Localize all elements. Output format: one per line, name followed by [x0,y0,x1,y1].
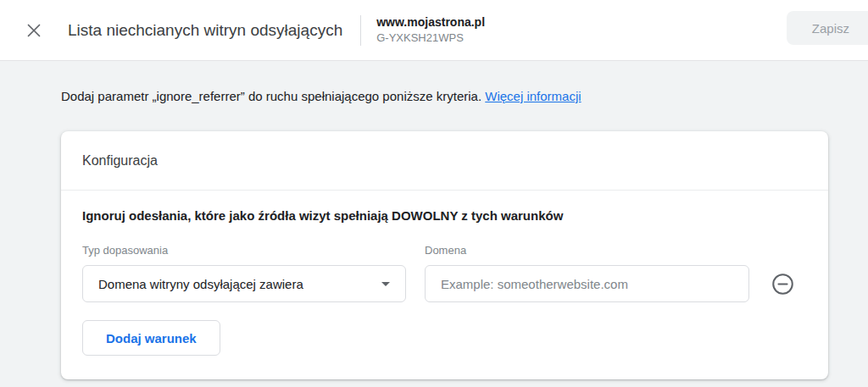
match-type-value: Domena witryny odsyłającej zawiera [98,277,303,291]
description-text: Dodaj parametr „ignore_referrer” do ruch… [61,89,868,104]
page-title: Lista niechcianych witryn odsyłających [68,21,342,40]
remove-condition-wrap [771,265,794,302]
remove-condition-button[interactable] [771,272,794,296]
card-title: Konfiguracja [82,153,158,169]
main-content: Dodaj parametr „ignore_referrer” do ruch… [0,61,868,379]
add-condition-button[interactable]: Dodaj warunek [82,320,220,356]
property-name: www.mojastrona.pl [376,15,485,30]
property-info: www.mojastrona.pl G-YXKSH21WPS [376,15,485,45]
domain-field: Domena [425,242,749,302]
property-id: G-YXKSH21WPS [376,31,485,45]
configuration-card: Konfiguracja Ignoruj odesłania, które ja… [61,131,828,379]
card-header: Konfiguracja [61,131,828,191]
description-body: Dodaj parametr „ignore_referrer” do ruch… [61,89,485,103]
learn-more-link[interactable]: Więcej informacji [485,89,581,103]
condition-row: Typ dopasowania Domena witryny odsyłając… [82,242,807,302]
match-type-label: Typ dopasowania [82,242,406,258]
domain-label: Domena [425,242,749,258]
chevron-down-icon [381,282,390,286]
dialog-header: Lista niechcianych witryn odsyłających w… [0,0,868,61]
close-button[interactable] [25,22,42,39]
match-type-select[interactable]: Domena witryny odsyłającej zawiera [82,265,406,302]
save-button[interactable]: Zapisz [787,11,868,45]
card-body: Ignoruj odesłania, które jako źródła wiz… [61,191,828,379]
condition-heading: Ignoruj odesłania, które jako źródła wiz… [82,208,807,223]
header-divider [360,15,361,46]
close-icon [26,23,42,38]
remove-circle-icon [771,273,794,296]
match-type-field: Typ dopasowania Domena witryny odsyłając… [82,242,406,302]
domain-input[interactable] [425,265,749,302]
